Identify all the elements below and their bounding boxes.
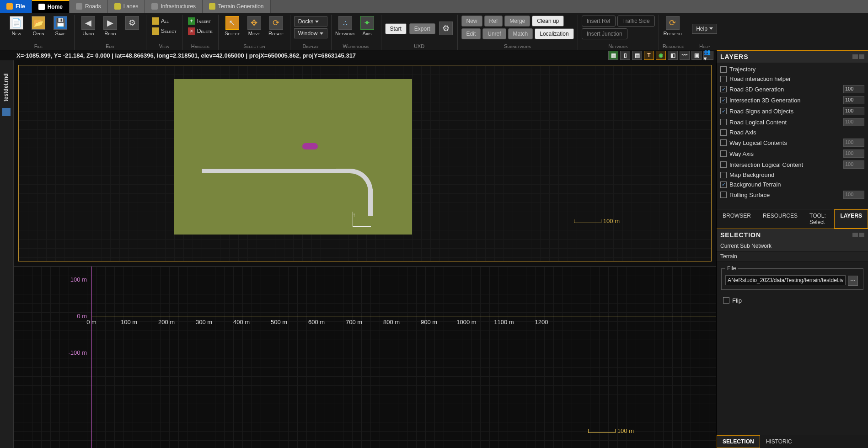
tab-historic[interactable]: HISTORIC: [760, 435, 798, 448]
toggle-3[interactable]: ◧: [668, 51, 678, 60]
layer-row[interactable]: Intersection Logical Content 100: [719, 159, 865, 170]
subnet-new-button[interactable]: New: [461, 16, 482, 27]
layer-checkbox[interactable]: [720, 97, 727, 103]
select-tool-button[interactable]: ↖Select: [222, 15, 242, 37]
browse-button[interactable]: ⋯: [848, 276, 858, 286]
toggle-1[interactable]: ▯: [620, 51, 630, 60]
tab-tool[interactable]: TOOL: Select: [804, 209, 834, 229]
viewport-top[interactable]: ↑ 100 m: [14, 60, 716, 266]
edit-gear-button[interactable]: ⚙: [122, 15, 142, 37]
layer-row[interactable]: Road Axis: [719, 128, 865, 137]
layer-opacity[interactable]: 100: [843, 107, 864, 115]
redo-button[interactable]: ▶Redo: [100, 15, 120, 37]
layer-row[interactable]: Road Signs and Objects 100: [719, 106, 865, 117]
layer-opacity[interactable]: 100: [843, 118, 864, 126]
layer-opacity[interactable]: 100: [843, 149, 864, 158]
move-tool-button[interactable]: ✥Move: [244, 15, 264, 37]
layer-label: Road Logical Content: [729, 119, 787, 126]
subnet-cleanup-button[interactable]: Clean up: [532, 16, 564, 27]
toggle-people-dropdown[interactable]: 👥▾: [703, 51, 713, 60]
new-button[interactable]: 📄New: [6, 15, 27, 37]
subnet-localization-button[interactable]: Localization: [535, 28, 573, 39]
tab-lanes[interactable]: Lanes: [108, 0, 145, 13]
layer-checkbox[interactable]: [720, 181, 727, 188]
subnet-unref-button[interactable]: Unref: [482, 28, 506, 39]
view-all-button[interactable]: All: [150, 16, 178, 26]
subnet-edit-button[interactable]: Edit: [461, 28, 481, 39]
layer-row[interactable]: Trajectory: [719, 64, 865, 74]
layer-checkbox[interactable]: [720, 86, 727, 92]
layer-checkbox[interactable]: [720, 192, 727, 198]
document-tab[interactable]: testdel.rnd: [0, 60, 14, 448]
flip-checkbox[interactable]: [723, 297, 729, 304]
refresh-button[interactable]: ⟳Refresh: [663, 15, 683, 37]
tab-browser[interactable]: BROWSER: [717, 209, 757, 229]
tab-file[interactable]: File: [0, 0, 32, 13]
undo-button[interactable]: ◀Undo: [78, 15, 98, 37]
layer-row[interactable]: Road interaction helper: [719, 74, 865, 84]
panel-max-icon[interactable]: [859, 54, 864, 59]
layer-opacity[interactable]: 100: [843, 160, 864, 169]
subnet-match-button[interactable]: Match: [508, 28, 533, 39]
layer-opacity[interactable]: 100: [843, 191, 864, 199]
layer-checkbox[interactable]: [720, 119, 727, 125]
net-traffic-side-button[interactable]: Traffic Side: [617, 16, 655, 27]
layer-opacity[interactable]: 100: [843, 85, 864, 93]
toggle-5[interactable]: ▣: [691, 51, 702, 60]
layer-checkbox[interactable]: [720, 108, 727, 114]
save-button[interactable]: 💾Save: [50, 15, 70, 37]
docks-dropdown[interactable]: Docks: [294, 16, 327, 27]
layer-row[interactable]: Rolling Surface 100: [719, 189, 865, 200]
workroom-axis-button[interactable]: ✦Axis: [357, 15, 377, 37]
selection-item[interactable]: Terrain: [717, 251, 868, 262]
uxd-start-button[interactable]: Start: [385, 23, 407, 34]
toggle-text[interactable]: T: [644, 51, 654, 60]
tab-layers[interactable]: LAYERS: [834, 209, 868, 229]
layer-row[interactable]: Intersection 3D Generation 100: [719, 95, 865, 106]
layer-opacity[interactable]: 100: [843, 96, 864, 104]
tab-home[interactable]: Home: [32, 0, 70, 13]
viewport-profile[interactable]: 0 m100 m200 m300 m400 m500 m600 m700 m80…: [14, 266, 716, 448]
layer-opacity[interactable]: 100: [843, 139, 864, 147]
file-path-input[interactable]: [725, 275, 846, 285]
layer-row[interactable]: Road Logical Content 100: [719, 117, 865, 128]
subnet-merge-button[interactable]: Merge: [504, 16, 530, 27]
net-insert-junction-button[interactable]: Insert Junction: [582, 28, 627, 39]
layer-checkbox[interactable]: [720, 129, 727, 136]
window-dropdown[interactable]: Window: [294, 28, 327, 38]
layer-checkbox[interactable]: [720, 66, 727, 73]
tab-infrastructures[interactable]: Infrastructures: [145, 0, 203, 13]
toggle-map-icon[interactable]: ▦: [608, 51, 618, 60]
uxd-gear-button[interactable]: ⚙: [438, 20, 454, 37]
toggle-2[interactable]: ▤: [632, 51, 642, 60]
rotate-tool-button[interactable]: ⟳Rotate: [266, 15, 286, 37]
layer-checkbox[interactable]: [720, 161, 727, 168]
panel-max-icon[interactable]: [859, 233, 864, 237]
layer-checkbox[interactable]: [720, 76, 727, 82]
tab-terrain-generation[interactable]: Terrain Generation: [203, 0, 270, 13]
layer-checkbox[interactable]: [720, 139, 727, 146]
handles-delete-button[interactable]: ×Delete: [186, 27, 214, 36]
open-button[interactable]: 📂Open: [28, 15, 48, 37]
layer-checkbox[interactable]: [720, 172, 727, 178]
layer-row[interactable]: Way Logical Contents 100: [719, 137, 865, 148]
layer-row[interactable]: Way Axis 100: [719, 148, 865, 159]
tab-roads[interactable]: Roads: [70, 0, 108, 13]
help-dropdown[interactable]: Help: [692, 24, 717, 34]
tab-resources[interactable]: RESOURCES: [757, 209, 804, 229]
layer-row[interactable]: Road 3D Generation 100: [719, 84, 865, 95]
toggle-4[interactable]: 〰: [680, 51, 690, 60]
layer-row[interactable]: Background Terrain: [719, 180, 865, 189]
net-insert-ref-button[interactable]: Insert Ref: [582, 16, 616, 27]
subnet-ref-button[interactable]: Ref: [484, 16, 503, 27]
view-select-button[interactable]: Select: [150, 27, 178, 36]
workroom-network-button[interactable]: ⛬Network: [335, 15, 355, 37]
layer-row[interactable]: Map Background: [719, 170, 865, 180]
uxd-export-button[interactable]: Export: [409, 23, 435, 34]
panel-min-icon[interactable]: [852, 233, 858, 237]
panel-min-icon[interactable]: [852, 54, 858, 59]
tab-selection[interactable]: SELECTION: [717, 435, 760, 448]
toggle-green[interactable]: ◉: [656, 51, 666, 60]
handles-insert-button[interactable]: +Insert: [186, 16, 214, 26]
layer-checkbox[interactable]: [720, 150, 727, 157]
